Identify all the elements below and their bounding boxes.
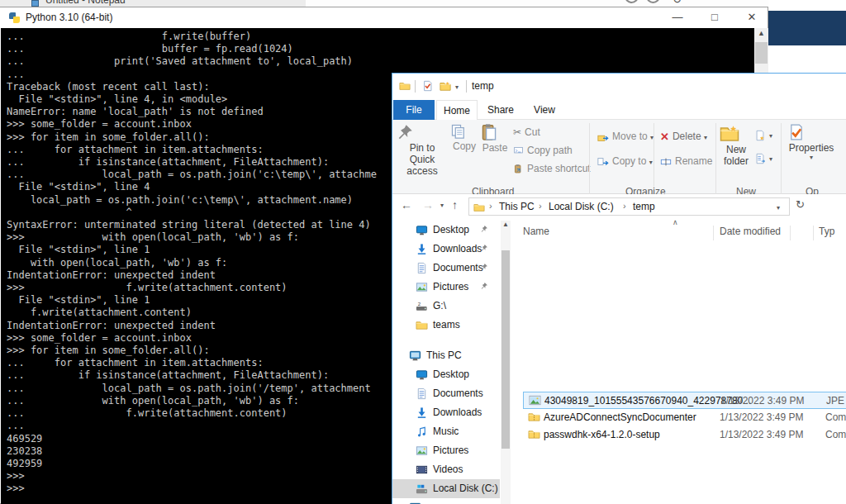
move-to-icon bbox=[597, 131, 609, 143]
file-row[interactable]: 43049819_10155543576670940_422978780... … bbox=[523, 392, 846, 409]
pin-icon bbox=[480, 244, 488, 252]
rename-button[interactable]: Rename bbox=[660, 153, 712, 170]
copy-button[interactable]: Copy bbox=[450, 121, 478, 183]
breadcrumb-local-disk[interactable]: Local Disk (C:) bbox=[549, 201, 614, 212]
column-divider[interactable] bbox=[713, 226, 714, 240]
column-name[interactable]: Name bbox=[523, 226, 549, 237]
sidebar-item-partial[interactable] bbox=[392, 498, 500, 504]
delete-button[interactable]: ✕Delete ▾ bbox=[660, 128, 707, 145]
sidebar-item-pictures[interactable]: Pictures bbox=[392, 278, 500, 297]
copy-path-button[interactable]: Copy path bbox=[513, 142, 573, 159]
paste-shortcut-button[interactable]: Paste shortcut bbox=[513, 160, 591, 178]
sidebar-item-desktop[interactable]: Desktop bbox=[392, 365, 500, 384]
scrollbar-thumb[interactable] bbox=[755, 42, 768, 64]
sidebar-item-this-pc[interactable]: This PC bbox=[392, 346, 500, 365]
rename-icon bbox=[660, 156, 672, 168]
history-caret-icon[interactable]: ▾ bbox=[440, 202, 444, 209]
forward-icon[interactable]: → bbox=[422, 198, 434, 212]
tab-share[interactable]: Share bbox=[480, 100, 521, 120]
file-type: JPE bbox=[826, 392, 844, 409]
maximize-button[interactable]: □ bbox=[706, 11, 723, 23]
back-icon[interactable]: ← bbox=[401, 198, 412, 212]
qat-customize-icon[interactable]: ▾ bbox=[455, 83, 459, 91]
tab-home[interactable]: Home bbox=[436, 100, 478, 120]
copy-to-button[interactable]: Copy to ▾ bbox=[597, 153, 653, 170]
sidebar-item-label: G:\ bbox=[433, 300, 446, 311]
file-icon bbox=[528, 411, 540, 423]
sidebar-item-icon bbox=[416, 464, 428, 476]
file-date-modified: 1/13/2022 3:49 PM bbox=[720, 409, 803, 426]
paste-button[interactable]: Paste bbox=[480, 121, 510, 183]
copy-to-icon bbox=[597, 156, 609, 168]
up-icon[interactable]: ↑ bbox=[452, 198, 458, 212]
sidebar-item-downloads[interactable]: Downloads bbox=[392, 403, 500, 422]
breadcrumb-temp[interactable]: temp bbox=[633, 201, 655, 212]
sidebar-item-documents[interactable]: Documents bbox=[392, 259, 500, 278]
qat-new-folder-icon[interactable] bbox=[440, 80, 451, 92]
sidebar-item-icon bbox=[416, 483, 428, 495]
sidebar-item-icon bbox=[416, 281, 428, 293]
browser-refresh-icon[interactable]: ↻ bbox=[673, 0, 682, 6]
move-to-button[interactable]: Move to ▾ bbox=[597, 128, 654, 145]
sidebar-item-g-[interactable]: 2G:\ bbox=[392, 297, 500, 316]
cut-button[interactable]: ✂Cut bbox=[513, 124, 540, 141]
dropdown-caret-icon: ▾ bbox=[649, 159, 653, 166]
breadcrumb-this-pc[interactable]: This PC bbox=[499, 201, 535, 212]
sidebar-item-label: Pictures bbox=[433, 445, 468, 456]
address-dropdown-icon[interactable]: ▾ bbox=[777, 204, 780, 212]
sidebar-item-downloads[interactable]: Downloads bbox=[392, 240, 500, 259]
qat-properties-icon[interactable] bbox=[422, 80, 434, 92]
column-date-modified[interactable]: Date modified bbox=[720, 226, 781, 237]
column-divider[interactable] bbox=[790, 226, 791, 240]
button-label: Copy to bbox=[612, 155, 646, 167]
python-titlebar[interactable]: Python 3.10 (64-bit) — □ ✕ bbox=[0, 7, 768, 28]
new-folder-button[interactable]: New folder bbox=[720, 121, 753, 183]
sidebar-scrollbar[interactable]: ▲ bbox=[501, 221, 511, 504]
close-button[interactable]: ✕ bbox=[744, 11, 760, 23]
file-row[interactable]: AzureADConnectSyncDocumenter 1/13/2022 3… bbox=[523, 409, 846, 426]
properties-button[interactable]: Properties ▾ bbox=[787, 121, 835, 183]
sidebar-item-label: This PC bbox=[426, 349, 462, 361]
minimize-button[interactable]: — bbox=[669, 11, 686, 23]
sidebar-item-icon bbox=[416, 388, 428, 400]
sidebar-item-label: Videos bbox=[433, 464, 463, 475]
sidebar-item-local-disk-c-[interactable]: Local Disk (C:) bbox=[392, 479, 500, 498]
sidebar-item-icon bbox=[416, 243, 428, 255]
button-label: Rename bbox=[675, 155, 712, 167]
column-type[interactable]: Typ bbox=[819, 226, 834, 237]
scroll-up-icon[interactable]: ▲ bbox=[754, 29, 768, 37]
address-box[interactable]: › This PC › Local Disk (C:) › temp ▾ bbox=[468, 197, 790, 216]
sidebar-item-music[interactable]: Music bbox=[392, 422, 500, 441]
tab-file[interactable]: File bbox=[393, 100, 435, 120]
file-row[interactable]: passwdhk-x64-1.2.0-setup 1/13/2022 3:49 … bbox=[523, 426, 846, 444]
file-name: AzureADConnectSyncDocumenter bbox=[544, 409, 696, 426]
button-label: Delete bbox=[673, 131, 701, 142]
sidebar-item-desktop[interactable]: Desktop bbox=[392, 221, 500, 240]
browser-back-icon[interactable] bbox=[625, 0, 639, 3]
sidebar-item-documents[interactable]: Documents bbox=[392, 384, 500, 403]
paste-icon bbox=[480, 123, 510, 141]
sidebar-item-icon bbox=[416, 224, 428, 236]
explorer-titlebar[interactable]: ▾ temp bbox=[392, 74, 846, 100]
explorer-window-icon bbox=[399, 80, 411, 92]
refresh-icon[interactable]: ↻ bbox=[796, 198, 805, 211]
copy-icon bbox=[450, 123, 478, 140]
easy-access-button[interactable]: ▾ bbox=[754, 150, 772, 167]
button-label: New folder bbox=[724, 144, 749, 167]
sidebar-item-teams[interactable]: teams bbox=[392, 316, 500, 335]
button-label: Move to bbox=[612, 131, 648, 142]
browser-forward-icon[interactable] bbox=[646, 0, 660, 3]
tab-view[interactable]: View bbox=[524, 100, 565, 120]
new-item-button[interactable]: ▾ bbox=[754, 126, 772, 144]
scissors-icon: ✂ bbox=[513, 124, 521, 141]
sidebar-item-pictures[interactable]: Pictures bbox=[392, 441, 500, 460]
file-date-modified: 1/13/2022 3:49 PM bbox=[720, 392, 804, 409]
pin-to-quick-access-button[interactable]: Pin to Quick access bbox=[396, 121, 449, 183]
sidebar-item-videos[interactable]: Videos bbox=[392, 460, 500, 479]
sidebar-item-icon bbox=[416, 319, 428, 331]
sidebar-item-label: Downloads bbox=[433, 243, 482, 254]
column-divider[interactable] bbox=[813, 226, 814, 240]
button-label: Cut bbox=[525, 126, 540, 138]
scrollbar-thumb[interactable] bbox=[501, 250, 510, 449]
scroll-up-icon[interactable]: ▲ bbox=[501, 221, 511, 228]
